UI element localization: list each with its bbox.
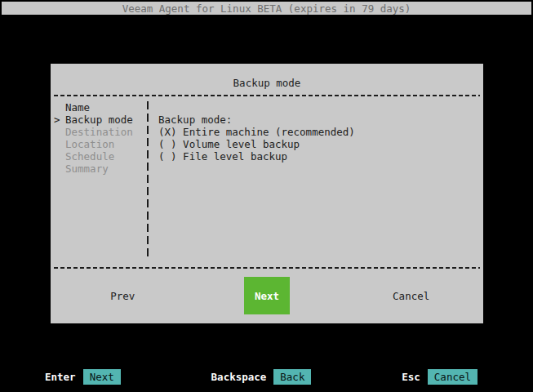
step-marker — [54, 126, 65, 138]
dialog-body: Name > Backup mode Destination Location … — [51, 101, 483, 261]
step-marker — [54, 138, 65, 150]
radio-file-level[interactable]: ( ) File level backup — [158, 150, 483, 163]
step-schedule: Schedule — [54, 150, 147, 163]
step-marker — [54, 101, 65, 114]
step-label: Schedule — [65, 150, 114, 163]
esc-key-label: Esc — [402, 371, 420, 383]
backup-mode-dialog: Backup mode Name > Backup mode Destinati… — [51, 64, 483, 323]
help-bar: Enter Next Backspace Back Esc Cancel — [0, 368, 533, 385]
step-label: Backup mode — [65, 114, 133, 126]
cancel-button[interactable]: Cancel — [393, 290, 429, 302]
step-destination: Destination — [54, 126, 147, 138]
separator-top — [54, 95, 480, 96]
backup-mode-options: Backup mode: (X) Entire machine (recomme… — [149, 101, 483, 261]
help-cancel-button[interactable]: Cancel — [428, 369, 477, 385]
titlebar-title: Veeam Agent for Linux BETA (expires in 7… — [122, 2, 411, 15]
content-heading: Backup mode: — [158, 114, 483, 126]
dialog-title: Backup mode — [51, 77, 483, 89]
enter-key-label: Enter — [45, 371, 76, 383]
step-location: Location — [54, 138, 147, 150]
step-label: Location — [65, 138, 114, 150]
step-label: Destination — [65, 126, 133, 138]
backspace-key-label: Backspace — [211, 371, 267, 383]
next-button[interactable]: Next — [244, 277, 290, 314]
step-label: Summary — [65, 163, 109, 175]
help-esc-group: Esc Cancel — [402, 369, 477, 385]
step-marker — [54, 163, 65, 175]
titlebar: Veeam Agent for Linux BETA (expires in 7… — [2, 2, 531, 15]
step-marker — [54, 150, 65, 163]
selected-step-marker: > — [54, 114, 65, 126]
radio-volume-level[interactable]: ( ) Volume level backup — [158, 138, 483, 150]
prev-button[interactable]: Prev — [110, 290, 135, 302]
step-name[interactable]: Name — [54, 101, 147, 114]
help-backspace-group: Backspace Back — [211, 369, 312, 385]
radio-entire-machine[interactable]: (X) Entire machine (recommended) — [158, 126, 483, 138]
step-summary: Summary — [54, 163, 147, 175]
help-enter-group: Enter Next — [45, 369, 121, 385]
dialog-buttons: Prev Next Cancel — [51, 269, 483, 323]
help-back-button[interactable]: Back — [273, 369, 311, 385]
blank-line — [158, 101, 483, 114]
step-label: Name — [65, 101, 90, 114]
wizard-steps: Name > Backup mode Destination Location … — [51, 101, 147, 261]
help-next-button[interactable]: Next — [83, 369, 121, 385]
terminal-screen: Veeam Agent for Linux BETA (expires in 7… — [0, 0, 533, 392]
step-backup-mode[interactable]: > Backup mode — [54, 114, 147, 126]
